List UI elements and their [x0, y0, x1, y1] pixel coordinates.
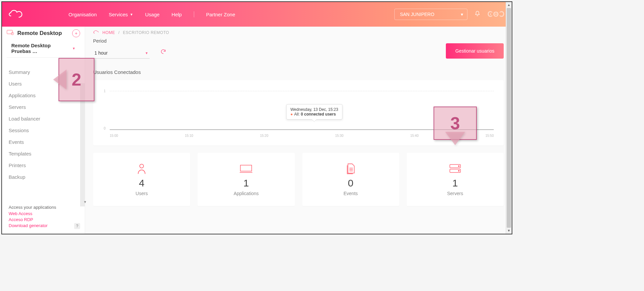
scroll-thumb[interactable]: [507, 8, 511, 228]
breadcrumb: HOME / ESCRITORIO REMOTO: [93, 30, 504, 35]
link-web-access[interactable]: Web Access: [9, 211, 78, 216]
period-label: Period: [93, 38, 150, 44]
card-value: 0: [348, 177, 353, 189]
app-window: Organisation Services▼ Usage Help Partne…: [1, 1, 512, 234]
sidebar-scrollbar[interactable]: [80, 83, 85, 206]
scroll-up-icon[interactable]: ▲: [506, 2, 512, 8]
period-dropdown[interactable]: 1 hour▼: [93, 48, 150, 59]
monitor-icon: [240, 162, 252, 175]
sidebar-item-templates[interactable]: Templates: [2, 148, 85, 159]
svg-point-2: [140, 164, 144, 168]
chevron-down-icon: ▼: [130, 13, 133, 16]
breadcrumb-home[interactable]: HOME: [102, 30, 115, 35]
card-value: 1: [243, 177, 249, 189]
nav-organisation[interactable]: Organisation: [68, 12, 97, 17]
card-label: Users: [136, 191, 148, 196]
top-bar: Organisation Services▼ Usage Help Partne…: [2, 2, 512, 27]
nav-partner-zone[interactable]: Partner Zone: [206, 12, 235, 17]
chevron-down-icon: ▼: [72, 47, 75, 50]
svg-rect-0: [7, 30, 12, 34]
sidebar-item-load-balancer[interactable]: Load balancer: [2, 113, 85, 125]
server-icon: [449, 162, 461, 175]
sidebar-item-sessions[interactable]: Sessions: [2, 125, 85, 136]
card-users[interactable]: 4 Users: [93, 153, 190, 206]
annotation-step-3: 3: [434, 107, 477, 140]
svg-point-11: [458, 170, 459, 171]
sidebar-header: Remote Desktop +: [2, 27, 85, 41]
instance-selector[interactable]: Remote Desktop Pruebas …▼: [11, 43, 75, 54]
refresh-icon[interactable]: [160, 49, 166, 59]
gridline: [110, 91, 494, 91]
sidebar-footer-header: Access your applications: [9, 205, 78, 210]
remote-desktop-icon: [7, 30, 14, 37]
add-button[interactable]: +: [72, 29, 80, 37]
cloud-icon: [93, 30, 99, 35]
svg-point-10: [458, 166, 459, 167]
brand-logo[interactable]: [9, 9, 29, 19]
card-label: Applications: [234, 191, 259, 196]
notifications-bell-icon[interactable]: [474, 10, 481, 19]
sidebar-item-events[interactable]: Events: [2, 136, 85, 148]
link-acceso-rdp[interactable]: Acceso RDP: [9, 217, 78, 222]
card-applications[interactable]: 1 Applications: [197, 153, 295, 206]
breadcrumb-separator: /: [118, 30, 120, 35]
summary-cards: 4 Users 1 Applications 0 Events 1 Server…: [93, 153, 504, 206]
chart-title: Usuarios Conectados: [93, 69, 504, 75]
top-right: SAN JUNIPERO ϾΘϽ: [394, 9, 505, 20]
card-events[interactable]: 0 Events: [302, 153, 399, 206]
breadcrumb-current: ESCRITORIO REMOTO: [123, 30, 169, 35]
scroll-down-icon[interactable]: ▼: [506, 228, 512, 234]
y-tick: 1: [104, 89, 106, 93]
card-value: 4: [139, 177, 145, 189]
link-download-generator[interactable]: Download generator: [9, 223, 78, 228]
card-label: Events: [343, 191, 358, 196]
window-scrollbar[interactable]: ▲ ▼: [506, 2, 512, 234]
sidebar-item-printers[interactable]: Printers: [2, 159, 85, 171]
annotation-step-2: 2: [59, 58, 94, 101]
manage-users-button[interactable]: Gestionar usuarios: [446, 43, 504, 59]
sidebar-title: Remote Desktop: [17, 30, 69, 37]
secondary-logo: ϾΘϽ: [487, 10, 505, 19]
chevron-down-icon: ▼: [145, 51, 148, 55]
chart-tooltip: Wednesday, 13 Dec, 15:23 ●All: 0 connect…: [286, 104, 343, 120]
nav-usage[interactable]: Usage: [145, 12, 160, 17]
svg-rect-3: [240, 165, 252, 171]
card-value: 1: [452, 177, 458, 189]
document-icon: [346, 162, 356, 175]
sidebar-item-backup[interactable]: Backup: [2, 171, 85, 183]
user-icon: [137, 162, 146, 175]
sidebar-footer: Access your applications Web Access Acce…: [2, 201, 85, 234]
sidebar-item-servers[interactable]: Servers: [2, 101, 85, 113]
card-servers[interactable]: 1 Servers: [407, 153, 504, 206]
nav-help[interactable]: Help: [172, 12, 182, 17]
org-dropdown[interactable]: SAN JUNIPERO: [394, 9, 467, 20]
y-tick: 0: [104, 127, 106, 130]
card-label: Servers: [447, 191, 463, 196]
nav-divider: [194, 11, 194, 17]
nav-services[interactable]: Services▼: [109, 12, 133, 17]
top-nav: Organisation Services▼ Usage Help Partne…: [68, 11, 235, 17]
help-icon[interactable]: ?: [74, 223, 80, 229]
